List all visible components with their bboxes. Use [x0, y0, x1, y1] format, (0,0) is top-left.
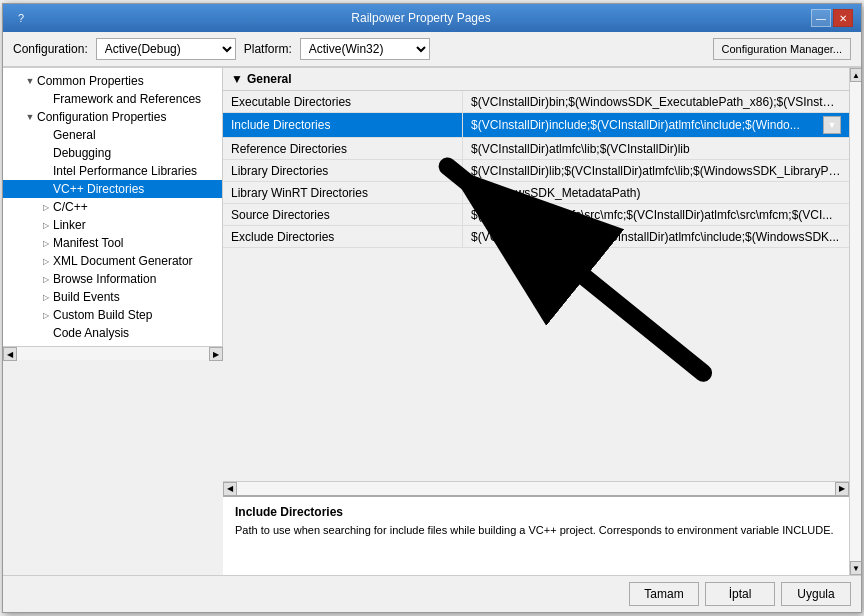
group-header: ▼ General — [223, 68, 849, 91]
scroll-left-btn[interactable]: ◀ — [223, 482, 237, 496]
prop-value-executable: $(VCInstallDir)bin;$(WindowsSDK_Executab… — [463, 91, 849, 112]
prop-name-library: Library Directories — [223, 160, 463, 181]
prop-name-exclude: Exclude Directories — [223, 226, 463, 247]
scroll-track — [850, 82, 861, 561]
prop-name-source: Source Directories — [223, 204, 463, 225]
left-horizontal-scrollbar[interactable]: ◀ ▶ — [3, 346, 223, 360]
tree-item-custom-build[interactable]: ▷ Custom Build Step — [3, 306, 222, 324]
expand-icon: ▼ — [23, 76, 37, 86]
dropdown-button[interactable]: ▼ — [823, 116, 841, 134]
scroll-left-btn[interactable]: ◀ — [3, 347, 17, 361]
tree-item-label: Linker — [53, 218, 86, 232]
expand-icon: ▷ — [39, 203, 53, 212]
tree-item-label: Browse Information — [53, 272, 156, 286]
help-icon[interactable]: ? — [11, 9, 31, 27]
cancel-button[interactable]: İptal — [705, 582, 775, 606]
tree-item-label: Framework and References — [53, 92, 201, 106]
tree-item-general[interactable]: General — [3, 126, 222, 144]
platform-select[interactable]: Active(Win32) — [300, 38, 430, 60]
prop-row-library[interactable]: Library Directories $(VCInstallDir)lib;$… — [223, 160, 849, 182]
expand-icon: ▼ — [23, 112, 37, 122]
tree-item-debugging[interactable]: Debugging — [3, 144, 222, 162]
group-expand-icon: ▼ — [231, 72, 243, 86]
tree-item-config-properties[interactable]: ▼ Configuration Properties — [3, 108, 222, 126]
prop-value-reference: $(VCInstallDir)atlmfc\lib;$(VCInstallDir… — [463, 138, 849, 159]
prop-row-library-winrt[interactable]: Library WinRT Directories $(WindowsSDK_M… — [223, 182, 849, 204]
info-title: Include Directories — [235, 505, 837, 519]
tree-item-linker[interactable]: ▷ Linker — [3, 216, 222, 234]
toolbar: Configuration: Active(Debug) Platform: A… — [3, 32, 861, 67]
tree-item-framework-references[interactable]: Framework and References — [3, 90, 222, 108]
tree-item-label: Configuration Properties — [37, 110, 166, 124]
expand-icon: ▷ — [39, 257, 53, 266]
tree-item-label: Debugging — [53, 146, 111, 160]
config-manager-button[interactable]: Configuration Manager... — [713, 38, 851, 60]
scroll-up-btn[interactable]: ▲ — [850, 68, 861, 82]
apply-button[interactable]: Uygula — [781, 582, 851, 606]
config-label: Configuration: — [13, 42, 88, 56]
scroll-track[interactable] — [17, 347, 209, 360]
scroll-right-btn[interactable]: ▶ — [209, 347, 223, 361]
prop-row-exclude[interactable]: Exclude Directories $(VCInstallDir)inclu… — [223, 226, 849, 248]
prop-value-text: $(VCInstallDir)atlmfc\lib;$(VCInstallDir… — [471, 142, 841, 156]
ok-button[interactable]: Tamam — [629, 582, 699, 606]
button-bar: Tamam İptal Uygula — [3, 575, 861, 612]
prop-row-reference[interactable]: Reference Directories $(VCInstallDir)atl… — [223, 138, 849, 160]
prop-value-text: $(VCInstallDir)include;$(VCInstallDir)at… — [471, 118, 823, 132]
prop-value-source: $(VCInstallDir)atlmfc\src\mfc;$(VCInstal… — [463, 204, 849, 225]
tree-item-label: Code Analysis — [53, 326, 129, 340]
group-header-label: General — [247, 72, 292, 86]
prop-value-text: $(VCInstallDir)atlmfc\src\mfc;$(VCInstal… — [471, 208, 841, 222]
scroll-right-btn[interactable]: ▶ — [835, 482, 849, 496]
prop-name-include: Include Directories — [223, 113, 463, 137]
tree-item-xml-document[interactable]: ▷ XML Document Generator — [3, 252, 222, 270]
prop-row-source[interactable]: Source Directories $(VCInstallDir)atlmfc… — [223, 204, 849, 226]
tree-item-build-events[interactable]: ▷ Build Events — [3, 288, 222, 306]
tree-item-label: Manifest Tool — [53, 236, 123, 250]
expand-icon: ▷ — [39, 311, 53, 320]
prop-row-executable[interactable]: Executable Directories $(VCInstallDir)bi… — [223, 91, 849, 113]
right-horizontal-scrollbar[interactable]: ◀ ▶ — [223, 481, 849, 495]
tree-item-intel-perf[interactable]: Intel Performance Libraries — [3, 162, 222, 180]
prop-name-executable: Executable Directories — [223, 91, 463, 112]
tree-item-cpp[interactable]: ▷ C/C++ — [3, 198, 222, 216]
tree-item-label: Build Events — [53, 290, 120, 304]
prop-value-library-winrt: $(WindowsSDK_MetadataPath) — [463, 182, 849, 203]
prop-name-reference: Reference Directories — [223, 138, 463, 159]
expand-icon: ▷ — [39, 293, 53, 302]
tree-item-label: Custom Build Step — [53, 308, 152, 322]
title-bar: ? Railpower Property Pages — ✕ — [3, 4, 861, 32]
info-panel: Include Directories Path to use when sea… — [223, 495, 849, 575]
tree-item-label: C/C++ — [53, 200, 88, 214]
prop-value-library: $(VCInstallDir)lib;$(VCInstallDir)atlmfc… — [463, 160, 849, 181]
properties-area: ▼ General Executable Directories $(VCIns… — [223, 68, 849, 481]
tree-item-manifest-tool[interactable]: ▷ Manifest Tool — [3, 234, 222, 252]
value-with-button: $(VCInstallDir)include;$(VCInstallDir)at… — [471, 116, 841, 134]
expand-icon: ▷ — [39, 239, 53, 248]
right-panel: ▼ General Executable Directories $(VCIns… — [223, 68, 849, 575]
tree-item-label: XML Document Generator — [53, 254, 193, 268]
expand-icon: ▷ — [39, 221, 53, 230]
scroll-down-btn[interactable]: ▼ — [850, 561, 861, 575]
minimize-button[interactable]: — — [811, 9, 831, 27]
scroll-track[interactable] — [237, 482, 835, 495]
tree-item-code-analysis[interactable]: Code Analysis — [3, 324, 222, 342]
prop-value-text: $(VCInstallDir)bin;$(WindowsSDK_Executab… — [471, 95, 841, 109]
prop-row-include[interactable]: Include Directories $(VCInstallDir)inclu… — [223, 113, 849, 138]
title-controls: — ✕ — [811, 9, 853, 27]
prop-value-include: $(VCInstallDir)include;$(VCInstallDir)at… — [463, 113, 849, 137]
main-content: ▼ Common Properties Framework and Refere… — [3, 67, 861, 575]
right-vertical-scrollbar[interactable]: ▲ ▼ — [849, 68, 861, 575]
tree-item-browse-info[interactable]: ▷ Browse Information — [3, 270, 222, 288]
tree-item-common-properties[interactable]: ▼ Common Properties — [3, 72, 222, 90]
info-description: Path to use when searching for include f… — [235, 523, 837, 538]
window-title: Railpower Property Pages — [31, 11, 811, 25]
tree-item-label: VC++ Directories — [53, 182, 144, 196]
configuration-select[interactable]: Active(Debug) — [96, 38, 236, 60]
left-tree-panel: ▼ Common Properties Framework and Refere… — [3, 68, 223, 346]
prop-value-text: $(VCInstallDir)lib;$(VCInstallDir)atlmfc… — [471, 164, 841, 178]
close-button[interactable]: ✕ — [833, 9, 853, 27]
tree-item-vc-directories[interactable]: VC++ Directories — [3, 180, 222, 198]
tree-item-label: Common Properties — [37, 74, 144, 88]
platform-label: Platform: — [244, 42, 292, 56]
